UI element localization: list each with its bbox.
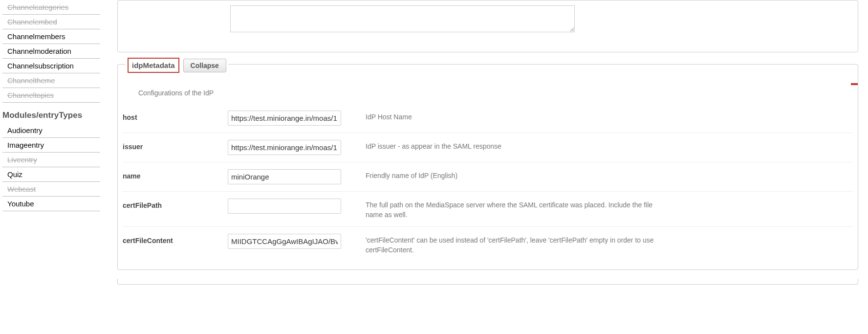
row-name: name Friendly name of IdP (English) bbox=[123, 162, 853, 192]
previous-section-textarea[interactable] bbox=[230, 5, 575, 32]
idpmetadata-tab[interactable]: idpMetadata bbox=[128, 58, 179, 73]
desc-issuer: IdP issuer - as appear in the SAML respo… bbox=[341, 140, 654, 152]
sidebar-item-channelembed[interactable]: Channelembed bbox=[2, 15, 100, 29]
sidebar: Channelcategories Channelembed Channelme… bbox=[0, 0, 103, 211]
sidebar-item-imageentry[interactable]: Imageentry bbox=[2, 138, 100, 153]
previous-section-box bbox=[117, 0, 858, 52]
label-certfilepath: certFilePath bbox=[123, 199, 228, 209]
sidebar-item-channelcategories[interactable]: Channelcategories bbox=[2, 0, 100, 15]
desc-name: Friendly name of IdP (English) bbox=[341, 169, 654, 181]
sidebar-item-quiz[interactable]: Quiz bbox=[2, 167, 100, 182]
sidebar-item-channelmoderation[interactable]: Channelmoderation bbox=[2, 44, 100, 59]
input-name[interactable] bbox=[228, 169, 341, 184]
main-content: idpMetadata Collapse Configurations of t… bbox=[103, 0, 868, 285]
sidebar-item-channelsubscription[interactable]: Channelsubscription bbox=[2, 59, 100, 73]
input-certfilecontent[interactable] bbox=[228, 234, 341, 249]
fieldset-legend: idpMetadata Collapse bbox=[126, 58, 228, 73]
row-certfilecontent: certFileContent 'certFileContent' can be… bbox=[123, 227, 853, 262]
row-host: host IdP Host Name bbox=[123, 104, 853, 133]
desc-certfilepath: The full path on the MediaSpace server w… bbox=[341, 199, 654, 220]
row-issuer: issuer IdP issuer - as appear in the SAM… bbox=[123, 133, 853, 162]
desc-host: IdP Host Name bbox=[341, 111, 654, 122]
idpmetadata-fieldset: idpMetadata Collapse Configurations of t… bbox=[117, 64, 858, 270]
sidebar-item-liveentry[interactable]: Liveentry bbox=[2, 153, 100, 167]
sidebar-item-youtube[interactable]: Youtube bbox=[2, 197, 100, 211]
sidebar-item-webcast[interactable]: Webcast bbox=[2, 182, 100, 197]
label-host: host bbox=[123, 111, 228, 121]
input-host[interactable] bbox=[228, 111, 341, 126]
sidebar-item-channeltopics[interactable]: Channeltopics bbox=[2, 88, 100, 103]
input-issuer[interactable] bbox=[228, 140, 341, 155]
sidebar-item-channeltheme[interactable]: Channeltheme bbox=[2, 73, 100, 88]
input-certfilepath[interactable] bbox=[228, 199, 341, 214]
fieldset-subdescription: Configurations of the IdP bbox=[138, 89, 853, 97]
label-issuer: issuer bbox=[123, 140, 228, 151]
sidebar-item-channelmembers[interactable]: Channelmembers bbox=[2, 29, 100, 44]
desc-certfilecontent: 'certFileContent' can be used instead of… bbox=[341, 234, 654, 255]
collapse-button[interactable]: Collapse bbox=[183, 59, 226, 72]
label-name: name bbox=[123, 169, 228, 180]
sidebar-group-modules-entrytypes: Modules/entryTypes bbox=[2, 103, 100, 123]
row-certfilepath: certFilePath The full path on the MediaS… bbox=[123, 192, 853, 227]
label-certfilecontent: certFileContent bbox=[123, 234, 228, 245]
outer-section-bottom-border bbox=[117, 279, 858, 285]
sidebar-item-audioentry[interactable]: Audioentry bbox=[2, 123, 100, 138]
